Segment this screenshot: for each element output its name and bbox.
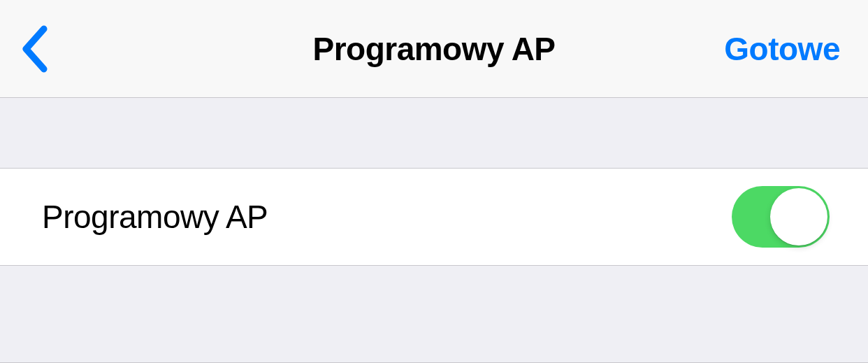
bottom-spacer	[0, 266, 868, 363]
toggle-knob	[770, 188, 827, 245]
page-title: Programowy AP	[312, 30, 555, 68]
section-spacer	[0, 98, 868, 168]
softap-row: Programowy AP	[0, 168, 868, 266]
chevron-left-icon	[21, 24, 49, 73]
navbar: Programowy AP Gotowe	[0, 0, 868, 98]
back-button[interactable]	[21, 24, 49, 73]
softap-toggle[interactable]	[732, 186, 830, 248]
done-button[interactable]: Gotowe	[724, 30, 840, 68]
softap-label: Programowy AP	[42, 198, 268, 236]
